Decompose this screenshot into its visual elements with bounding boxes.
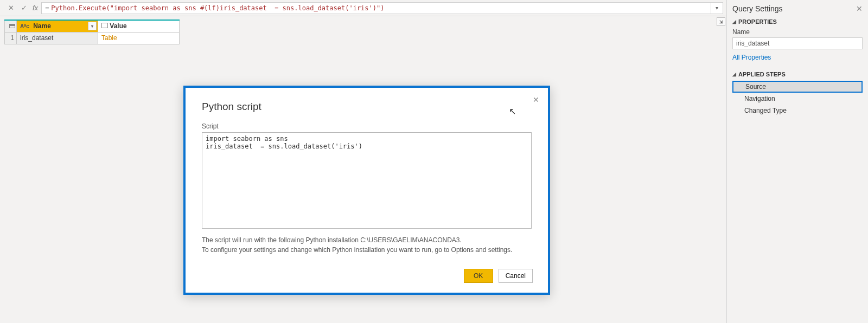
step-navigation[interactable]: Navigation — [732, 93, 863, 105]
text-type-icon: Aᴮc — [20, 23, 29, 29]
column-header-name[interactable]: Aᴮc Name ▾ — [17, 20, 98, 32]
table-icon[interactable] — [5, 20, 17, 32]
formula-dropdown[interactable]: ▾ — [711, 2, 723, 14]
query-settings-pane: Query Settings ✕ ◢PROPERTIES Name All Pr… — [726, 0, 868, 323]
info-line-1: The script will run with the following P… — [202, 235, 532, 245]
table-type-icon — [101, 23, 108, 28]
column-name-dropdown[interactable]: ▾ — [88, 22, 97, 30]
step-changed-type[interactable]: Changed Type — [732, 105, 863, 117]
info-line-2: To configure your settings and change wh… — [202, 245, 532, 255]
fx-label: fx — [33, 4, 38, 12]
formula-bar: ✕ ✓ fx = Python.Execute("import seaborn … — [0, 0, 726, 16]
ok-button[interactable]: OK — [464, 269, 493, 283]
cancel-button[interactable]: Cancel — [499, 269, 533, 283]
python-script-dialog: ✕ Python script Script import seaborn as… — [183, 86, 550, 295]
pane-title: Query Settings — [732, 4, 783, 13]
script-label: Script — [202, 122, 532, 130]
script-textarea[interactable]: import seaborn as sns iris_dataset = sns… — [202, 132, 532, 229]
cell-value[interactable]: Table — [98, 32, 180, 44]
mouse-cursor-icon: ↖ — [509, 106, 516, 117]
step-source[interactable]: Source — [732, 81, 863, 93]
row-index: 1 — [5, 32, 17, 44]
applied-steps-header: APPLIED STEPS — [738, 71, 786, 77]
dialog-title: Python script — [202, 101, 532, 113]
column-value-dropdown[interactable]: ⇲ — [717, 17, 725, 26]
pane-close-icon[interactable]: ✕ — [856, 4, 863, 13]
query-name-input[interactable] — [732, 37, 863, 49]
query-name-label: Name — [732, 28, 863, 36]
all-properties-link[interactable]: All Properties — [732, 54, 771, 61]
formula-text: Python.Execute("import seaborn as sns #(… — [51, 4, 384, 12]
confirm-formula-button[interactable]: ✓ — [17, 2, 30, 15]
table-row[interactable]: 1 iris_dataset Table — [5, 32, 180, 44]
cell-name[interactable]: iris_dataset — [17, 32, 98, 44]
close-icon[interactable]: ✕ — [529, 93, 542, 106]
properties-header: PROPERTIES — [738, 18, 777, 25]
column-header-value[interactable]: Value ⇲ — [98, 20, 180, 32]
formula-input[interactable]: = Python.Execute("import seaborn as sns … — [41, 2, 711, 14]
applied-steps-list: Source Navigation Changed Type — [732, 81, 863, 117]
cancel-formula-button[interactable]: ✕ — [4, 2, 17, 15]
